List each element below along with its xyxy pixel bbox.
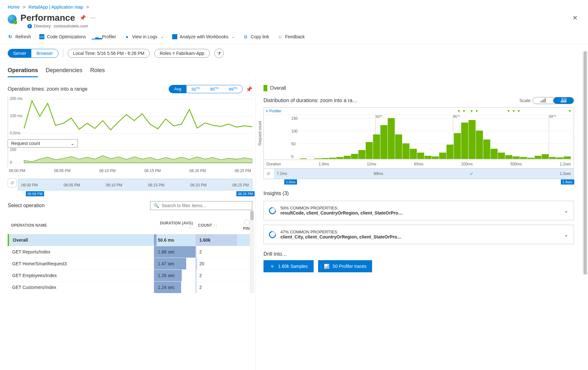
profiler-link[interactable]: Profiler <box>269 109 281 113</box>
scale-label: Scale <box>519 98 531 103</box>
table-row[interactable]: GET Customers/Index 1.24 sec 2 <box>8 282 252 293</box>
trace-icon: 📊 <box>324 263 330 269</box>
feedback-button[interactable]: ☺Feedback <box>278 34 305 39</box>
operations-table: OPERATION NAME DURATION (AVG)↑↓ COUNT↑↓ … <box>8 216 252 293</box>
table-row[interactable]: Overall 50.6 ms 1.60k <box>8 234 252 246</box>
directory-value: contosohotels.com <box>54 24 88 28</box>
copy-icon: ⧉ <box>243 34 248 39</box>
metric-p99[interactable]: 99TH <box>224 85 242 93</box>
insight-card[interactable]: 47% COMMON PROPERTIES: client_City, clie… <box>263 225 574 244</box>
xtick: 06:20 PM <box>189 169 206 173</box>
metric-p50[interactable]: 50TH <box>187 85 205 93</box>
main-tabs: Operations Dependencies Roles <box>0 58 588 77</box>
table-row[interactable]: GET Home/SmartRequest3 1.47 sec 20 <box>8 258 252 270</box>
list-icon: ≡ <box>269 263 275 269</box>
insight-body: resultCode, client_CountryOrRegion, clie… <box>280 210 559 215</box>
table-row[interactable]: GET Reports/Index 1.88 sec 2 <box>8 246 252 258</box>
distribution-title: Distribution of durations: zoom into a r… <box>263 98 359 103</box>
col-duration[interactable]: DURATION (AVG)↑↓ <box>154 216 195 234</box>
operation-search[interactable]: 🔍 <box>150 201 252 210</box>
scrollbar-thumb[interactable] <box>584 51 587 275</box>
col-count[interactable]: COUNT↑↓ <box>195 216 237 234</box>
add-filter-button[interactable]: ⧩ <box>214 49 224 58</box>
tab-dependencies[interactable]: Dependencies <box>46 67 82 77</box>
hist-xlabel: Duration <box>266 162 281 166</box>
search-input[interactable] <box>162 203 249 208</box>
chevron-down-icon[interactable]: ⌄ <box>564 231 569 238</box>
request-count-chart[interactable]: 200 0 <box>8 148 252 167</box>
browser-segment[interactable]: Browser <box>31 49 58 57</box>
divider <box>63 49 63 57</box>
xtick: 06:05 PM <box>54 169 70 173</box>
history-icon[interactable]: ↺ <box>8 178 17 187</box>
close-icon[interactable]: ✕ <box>570 13 580 23</box>
table-row[interactable]: GET Employees/Index 1.26 sec 2 <box>8 270 252 282</box>
metric-avg[interactable]: Avg <box>169 85 186 93</box>
brush-start-handle[interactable]: 1.0ms <box>284 179 297 185</box>
analyze-workbooks-button[interactable]: Analyze with Workbooks⌄ <box>172 34 235 39</box>
collapse-icon[interactable]: ⤢ <box>470 171 473 176</box>
profiler-icon: ▁▃▂ <box>94 34 99 39</box>
donut-icon <box>267 206 277 215</box>
xtick: 06:15 PM <box>144 169 161 173</box>
secondary-metric-dropdown[interactable]: Request count⌄ <box>8 139 78 147</box>
scrollbar-thumb[interactable] <box>250 211 254 220</box>
tab-roles[interactable]: Roles <box>90 67 105 77</box>
pin-icon[interactable]: 📌 <box>80 15 86 21</box>
op-name: GET Reports/Index <box>8 246 154 258</box>
insight-body: client_City, client_CountryOrRegion, cli… <box>280 234 559 239</box>
drill-into-title: Drill into… <box>263 251 574 257</box>
duration-brush[interactable]: 7.2ms 89ms ⤢ 1.3sec 1.0ms 1.8sec <box>274 169 574 179</box>
workbook-icon <box>172 34 177 39</box>
code-optimizations-button[interactable]: </>Code Optimizations <box>39 34 86 39</box>
op-name: Overall <box>8 234 154 246</box>
brush-end-handle[interactable]: 1.8sec <box>561 179 574 185</box>
insight-head: 50% COMMON PROPERTIES: <box>280 206 559 210</box>
overall-badge: Overall <box>263 85 574 91</box>
breadcrumb-home[interactable]: Home <box>8 4 19 10</box>
time-brush[interactable]: 06:00 PM06:05 PM06:10 PM06:15 PM06:20 PM… <box>18 179 252 190</box>
table-scrollbar[interactable] <box>250 210 254 293</box>
profiler-traces-button[interactable]: 📊50 Profiler traces <box>318 260 372 272</box>
server-browser-toggle[interactable]: Server Browser <box>8 49 58 58</box>
chevron-down-icon[interactable]: ⌄ <box>564 207 569 214</box>
scale-toggle[interactable] <box>532 97 574 104</box>
metric-p95[interactable]: 95TH <box>205 85 224 93</box>
profiler-button[interactable]: ▁▃▂Profiler <box>94 34 116 39</box>
directory-label: Directory: <box>34 24 52 28</box>
xtick: 06:15 PM <box>148 183 164 187</box>
feedback-icon: ☺ <box>278 34 283 39</box>
time-range-pill[interactable]: Local Time: 5/16 5:56 PM - 6:26 PM <box>68 49 150 58</box>
xtick: 06:00 PM <box>9 169 25 173</box>
brush-start-handle[interactable]: 05:56 PM <box>26 191 44 196</box>
col-name[interactable]: OPERATION NAME <box>8 216 154 234</box>
filter-bar: Server Browser Local Time: 5/16 5:56 PM … <box>0 44 588 58</box>
chevron-right-icon: > <box>86 4 89 10</box>
logs-icon: ● <box>125 34 130 39</box>
info-icon: i <box>27 24 32 28</box>
samples-button[interactable]: ≡1.60k Samples <box>263 260 314 272</box>
pin-chart-icon[interactable]: 📌 <box>246 86 252 92</box>
status-indicator <box>263 85 267 91</box>
operation-times-chart[interactable]: 200 ms 100 ms 0.0ms <box>8 96 252 138</box>
refresh-button[interactable]: ↻Refresh <box>8 34 31 39</box>
metric-percentile-toggle[interactable]: Avg 50TH 95TH 99TH <box>169 85 243 93</box>
chevron-down-icon: ⌄ <box>232 34 235 39</box>
brush-end-handle[interactable]: 06:26 PM <box>236 191 255 196</box>
server-segment[interactable]: Server <box>8 49 31 57</box>
breadcrumb-app[interactable]: RetailApp | Application map <box>28 4 83 10</box>
xtick: 06:25 PM <box>233 183 249 187</box>
op-name: GET Employees/Index <box>8 270 154 282</box>
op-name: GET Customers/Index <box>8 282 154 293</box>
copy-link-button[interactable]: ⧉Copy link <box>243 34 269 39</box>
code-icon: </> <box>39 34 44 39</box>
svg-marker-0 <box>24 155 252 163</box>
history-icon[interactable]: ↺ <box>264 169 273 178</box>
tab-operations[interactable]: Operations <box>8 67 38 77</box>
insight-card[interactable]: 50% COMMON PROPERTIES: resultCode, clien… <box>263 201 574 220</box>
more-icon[interactable]: ⋯ <box>90 15 95 21</box>
roles-filter-pill[interactable]: Roles = Fabrikam-App <box>154 49 210 58</box>
distribution-histogram[interactable]: ≡ Profiler ▼▼▼▼ ▼▼▼ ▼ 50ᵀᴴ 95ᵀᴴ 99ᵀᴴ Req… <box>263 107 574 179</box>
chevron-right-icon: > <box>23 4 25 10</box>
view-in-logs-button[interactable]: ●View in Logs⌄ <box>125 34 164 39</box>
